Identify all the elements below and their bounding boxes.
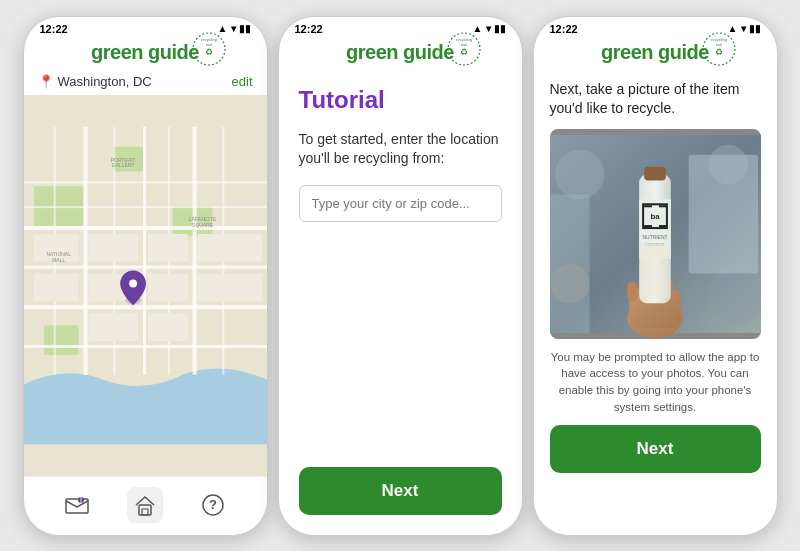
app-header-2: green guide recycling tool ♻ [279,37,522,70]
logo-area-1: green guide recycling tool ♻ [91,41,199,64]
status-bar-3: 12:22 ▲ ▾ ▮▮ [534,17,777,37]
recycling-badge-3: recycling tool ♻ [701,31,737,67]
svg-rect-75 [658,225,666,227]
tutorial-content: Tutorial To get started, enter the locat… [279,70,522,535]
battery-icon: ▮▮ [239,23,251,34]
help-nav-icon[interactable]: ? [195,487,231,523]
svg-rect-40 [66,499,88,513]
location-text: Washington, DC [58,74,152,89]
logo-area-2: green guide recycling tool ♻ [346,41,454,64]
time-1: 12:22 [40,23,68,35]
recycling-badge-2: recycling tool ♻ [446,31,482,67]
battery-icon-3: ▮▮ [749,23,761,34]
map-area[interactable]: NATIONAL MALL PORTRAIT GALLERY LAFAYETTE… [24,95,267,476]
camera-desc-bottom: You may be prompted to allow the app to … [550,349,761,416]
tutorial-title: Tutorial [299,86,502,114]
map-svg: NATIONAL MALL PORTRAIT GALLERY LAFAYETTE… [24,95,267,476]
logo-text-1: green guide [91,41,199,64]
svg-text:GALLERY: GALLERY [111,163,134,168]
time-3: 12:22 [550,23,578,35]
next-button-camera[interactable]: Next [550,425,761,473]
logo-text-2: green guide [346,41,454,64]
app-header-3: green guide recycling tool ♻ [534,37,777,70]
svg-text:♻: ♻ [205,47,213,57]
svg-text:?: ? [209,497,217,512]
svg-rect-24 [147,233,187,261]
photo-illustration: ba NUTRIENT COCONUT [550,129,761,339]
next-button-tutorial[interactable]: Next [299,467,502,515]
camera-content: Next, take a picture of the item you'd l… [534,70,777,535]
svg-text:MALL: MALL [52,257,65,262]
svg-rect-61 [550,194,590,333]
phone-1: 12:22 ▲ ▾ ▮▮ green guide recycling tool … [23,16,268,536]
wifi-icon-2: ▾ [486,23,491,34]
svg-text:NATIONAL: NATIONAL [46,251,71,256]
svg-rect-60 [688,154,757,273]
svg-text:♻: ♻ [460,47,468,57]
svg-text:LAFAYETTE: LAFAYETTE [188,217,216,222]
svg-rect-29 [197,273,261,301]
app-header-1: green guide recycling tool ♻ [24,37,267,70]
time-2: 12:22 [295,23,323,35]
location-left: 📍 Washington, DC [38,74,152,89]
svg-text:ba: ba [650,212,660,221]
wifi-icon: ▾ [231,23,236,34]
svg-rect-73 [658,205,666,207]
logo-text-3: green guide [601,41,709,64]
svg-rect-30 [88,313,138,341]
svg-point-56 [554,149,604,199]
svg-rect-64 [627,281,637,301]
svg-text:PORTRAIT: PORTRAIT [110,157,135,162]
svg-rect-28 [147,273,187,301]
svg-rect-43 [139,505,151,515]
photo-area: ba NUTRIENT COCONUT [550,129,761,339]
bottom-nav: ? [24,476,267,535]
svg-text:NUTRIENT: NUTRIENT [642,235,667,240]
svg-point-39 [129,279,137,287]
svg-rect-79 [640,244,670,298]
svg-rect-17 [192,126,196,374]
svg-rect-44 [142,509,148,515]
camera-desc-top: Next, take a picture of the item you'd l… [550,80,761,119]
svg-rect-26 [33,273,78,301]
recycling-badge-1: recycling tool ♻ [191,31,227,67]
svg-rect-25 [197,233,261,261]
status-bar-2: 12:22 ▲ ▾ ▮▮ [279,17,522,37]
svg-rect-72 [644,205,652,207]
svg-text:♻: ♻ [715,47,723,57]
svg-rect-31 [147,313,187,341]
phone-2: 12:22 ▲ ▾ ▮▮ green guide recycling tool … [278,16,523,536]
home-nav-icon[interactable] [127,487,163,523]
svg-rect-15 [83,126,87,374]
svg-rect-23 [88,233,138,261]
logo-area-3: green guide recycling tool ♻ [601,41,709,64]
svg-rect-16 [143,126,146,374]
tutorial-desc: To get started, enter the location you'l… [299,130,502,169]
map-screen-content: 📍 Washington, DC edit [24,70,267,535]
wifi-icon-3: ▾ [741,23,746,34]
status-bar-1: 12:22 ▲ ▾ ▮▮ [24,17,267,37]
svg-rect-8 [43,325,78,355]
svg-rect-69 [644,166,666,180]
location-pin-icon: 📍 [38,74,54,89]
edit-button[interactable]: edit [232,74,253,89]
location-bar: 📍 Washington, DC edit [24,70,267,95]
zip-input[interactable] [299,185,502,222]
map-nav-icon[interactable] [59,487,95,523]
svg-text:SQUARE: SQUARE [192,222,214,227]
battery-icon-2: ▮▮ [494,23,506,34]
svg-rect-74 [644,225,652,227]
phone-3: 12:22 ▲ ▾ ▮▮ green guide recycling tool … [533,16,778,536]
